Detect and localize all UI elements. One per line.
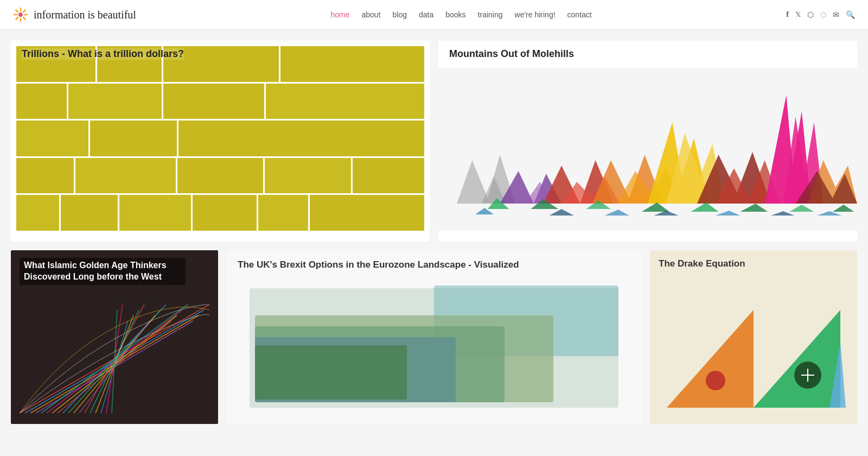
nav-hiring[interactable]: we're hiring! bbox=[515, 10, 556, 19]
tm-cell bbox=[75, 158, 176, 194]
tm-cell bbox=[16, 158, 74, 194]
card-islamic[interactable]: What Islamic Golden Age Thinkers Discove… bbox=[11, 250, 218, 424]
islamic-title: What Islamic Golden Age Thinkers Discove… bbox=[20, 258, 186, 285]
svg-line-7 bbox=[23, 10, 25, 12]
brexit-chart bbox=[227, 250, 641, 424]
treemap-row-3 bbox=[16, 121, 424, 156]
card-drake[interactable]: The Drake Equation bbox=[650, 250, 857, 424]
tm-cell bbox=[16, 121, 88, 156]
main-content: Trillions - What is a trillion dollars? bbox=[0, 30, 868, 435]
trillions-title: Trillions - What is a trillion dollars? bbox=[22, 48, 184, 60]
tm-cell bbox=[265, 158, 351, 194]
svg-rect-64 bbox=[255, 345, 407, 400]
nav-data[interactable]: data bbox=[419, 10, 433, 19]
nav-home[interactable]: home bbox=[330, 10, 349, 19]
card-mountains[interactable]: Mountains Out of Molehills bbox=[438, 41, 857, 242]
brexit-title: The UK's Brexit Options in the Eurozone … bbox=[238, 259, 519, 271]
nav-contact[interactable]: contact bbox=[567, 10, 592, 19]
email-icon[interactable]: ✉ bbox=[833, 10, 839, 20]
tm-cell bbox=[90, 121, 177, 156]
drake-viz bbox=[650, 288, 857, 424]
logo-text: information is beautiful bbox=[34, 9, 136, 21]
tm-cell bbox=[163, 84, 264, 119]
card-brexit[interactable]: The UK's Brexit Options in the Eurozone … bbox=[227, 250, 641, 424]
tm-cell bbox=[177, 158, 264, 194]
nav-books[interactable]: books bbox=[445, 10, 465, 19]
tm-cell bbox=[16, 195, 59, 231]
instagram-icon[interactable]: ⬡ bbox=[807, 10, 814, 20]
tm-cell bbox=[61, 195, 118, 231]
tm-cell bbox=[258, 195, 308, 231]
svg-point-0 bbox=[18, 12, 23, 17]
mountains-title: Mountains Out of Molehills bbox=[449, 48, 574, 60]
svg-line-6 bbox=[23, 17, 25, 20]
nav-blog[interactable]: blog bbox=[393, 10, 407, 19]
svg-point-66 bbox=[706, 371, 725, 390]
tm-cell bbox=[178, 121, 424, 156]
tm-cell bbox=[16, 84, 67, 119]
facebook-icon[interactable]: f bbox=[786, 10, 789, 19]
brexit-svg bbox=[238, 283, 630, 413]
nav-training[interactable]: training bbox=[478, 10, 503, 19]
treemap-row-5 bbox=[16, 195, 424, 231]
svg-line-5 bbox=[16, 10, 18, 12]
tm-cell bbox=[266, 84, 424, 119]
islamic-lines bbox=[11, 305, 218, 424]
search-icon[interactable]: 🔍 bbox=[846, 10, 855, 20]
header: information is beautiful home about blog… bbox=[0, 0, 868, 30]
svg-line-8 bbox=[16, 17, 18, 20]
tm-cell bbox=[310, 195, 424, 231]
logo[interactable]: information is beautiful bbox=[13, 7, 136, 22]
svg-point-67 bbox=[716, 372, 721, 378]
treemap-row-2 bbox=[16, 84, 424, 119]
treemap bbox=[11, 41, 430, 236]
social-icons: f 𝕏 ⬡ ◌ ✉ 🔍 bbox=[786, 10, 855, 20]
tm-cell bbox=[193, 195, 257, 231]
mountain-svg bbox=[438, 68, 857, 231]
treemap-row-4 bbox=[16, 158, 424, 194]
twitter-icon[interactable]: 𝕏 bbox=[795, 10, 801, 19]
tm-cell bbox=[119, 195, 191, 231]
mountain-chart bbox=[438, 68, 857, 242]
nav-about[interactable]: about bbox=[361, 10, 380, 19]
card-trillions[interactable]: Trillions - What is a trillion dollars? bbox=[11, 41, 430, 242]
drake-svg bbox=[650, 288, 857, 413]
top-row: Trillions - What is a trillion dollars? bbox=[11, 41, 857, 242]
drake-title: The Drake Equation bbox=[659, 258, 745, 270]
logo-icon bbox=[13, 7, 28, 22]
tm-cell bbox=[353, 158, 424, 194]
bottom-row: What Islamic Golden Age Thinkers Discove… bbox=[11, 250, 857, 424]
tm-cell bbox=[68, 84, 162, 119]
tm-cell bbox=[280, 46, 424, 82]
rss-icon[interactable]: ◌ bbox=[820, 10, 826, 19]
svg-marker-68 bbox=[754, 310, 840, 408]
lines-svg bbox=[11, 305, 218, 413]
main-nav: home about blog data books training we'r… bbox=[330, 10, 591, 19]
svg-marker-65 bbox=[667, 310, 754, 408]
